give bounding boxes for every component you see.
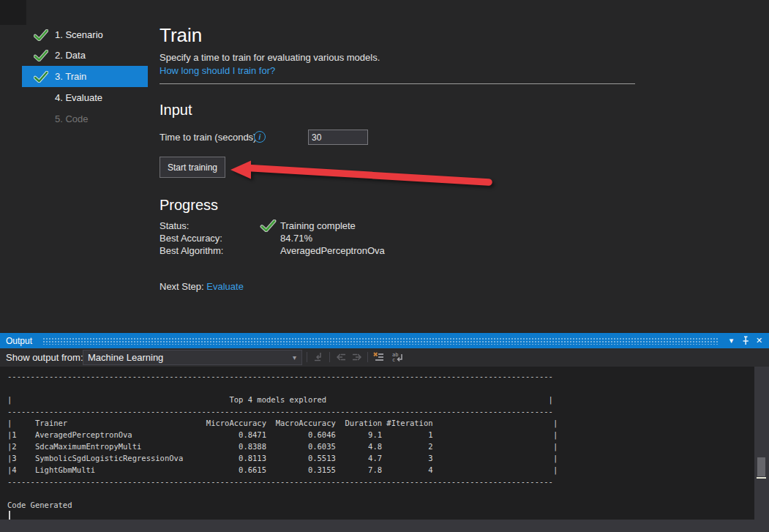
word-wrap-icon: ab c bbox=[391, 351, 405, 363]
console-line bbox=[7, 382, 754, 394]
console-line: ----------------------------------------… bbox=[7, 476, 754, 487]
text-caret bbox=[9, 511, 10, 520]
check-icon bbox=[260, 220, 277, 232]
step-label: 5. Code bbox=[55, 113, 89, 124]
console-line: | Top 4 models explored | bbox=[7, 394, 754, 405]
check-placeholder bbox=[34, 92, 48, 104]
console-line: |3 SymbolicSgdLogisticRegressionOva 0.81… bbox=[7, 452, 754, 464]
progress-section-heading: Progress bbox=[160, 197, 218, 214]
word-wrap-button[interactable]: ab c bbox=[390, 350, 406, 364]
previous-message-icon bbox=[334, 351, 347, 363]
best-algorithm-label: Best Algorithm: bbox=[160, 245, 260, 256]
close-button[interactable]: ✕ bbox=[753, 334, 765, 347]
step-item-code[interactable]: 5. Code bbox=[22, 108, 148, 130]
best-algorithm-value: AveragedPerceptronOva bbox=[280, 245, 385, 256]
toolbar-separator bbox=[307, 352, 307, 362]
best-accuracy-label: Best Accuracy: bbox=[160, 233, 260, 244]
console-line: | Trainer MicroAccuracy MacroAccuracy Du… bbox=[7, 417, 754, 429]
toolbar-separator bbox=[367, 352, 368, 362]
step-item-evaluate[interactable]: 4. Evaluate bbox=[22, 87, 148, 108]
next-step-evaluate-link[interactable]: Evaluate bbox=[206, 281, 244, 292]
step-label: 2. Data bbox=[55, 50, 86, 61]
section-divider bbox=[160, 83, 635, 84]
page-description: Specify a time to train for evaluating v… bbox=[160, 52, 380, 63]
previous-message-button[interactable] bbox=[332, 350, 348, 364]
output-panel-title: Output bbox=[6, 336, 32, 346]
step-label: 3. Train bbox=[55, 71, 86, 82]
help-link[interactable]: How long should I train for? bbox=[160, 65, 275, 76]
time-to-train-input[interactable] bbox=[308, 130, 368, 145]
start-training-button[interactable]: Start training bbox=[160, 157, 225, 178]
next-step-line: Next Step: Evaluate bbox=[160, 281, 244, 292]
pin-icon bbox=[741, 336, 750, 345]
output-panel-titlebar: Output ▾ ✕ bbox=[0, 333, 769, 348]
step-label: 1. Scenario bbox=[55, 29, 103, 40]
input-section-heading: Input bbox=[160, 102, 192, 119]
corner-inset bbox=[0, 0, 26, 25]
svg-text:c: c bbox=[392, 357, 395, 363]
console-line bbox=[7, 487, 754, 499]
console-line: |2 SdcaMaximumEntropyMulti 0.8388 0.6035… bbox=[7, 441, 754, 452]
step-item-scenario[interactable]: 1. Scenario bbox=[22, 24, 148, 45]
check-icon bbox=[34, 71, 48, 83]
clear-all-icon bbox=[372, 351, 385, 363]
check-icon bbox=[34, 29, 48, 41]
drag-grip-texture bbox=[42, 337, 718, 345]
step-item-train[interactable]: 3. Train bbox=[22, 66, 148, 87]
vertical-scrollbar[interactable] bbox=[754, 367, 769, 520]
time-to-train-label: Time to train (seconds): bbox=[160, 132, 259, 143]
clear-all-button[interactable] bbox=[370, 350, 386, 364]
toolbar-separator bbox=[329, 352, 330, 362]
pin-button[interactable] bbox=[739, 334, 751, 347]
find-message-button[interactable] bbox=[310, 350, 326, 364]
status-value: Training complete bbox=[280, 220, 385, 231]
status-label: Status: bbox=[160, 220, 260, 231]
next-message-button[interactable] bbox=[349, 350, 365, 364]
output-source-value: Machine Learning bbox=[88, 352, 293, 363]
check-icon bbox=[34, 50, 48, 61]
best-accuracy-value: 84.71% bbox=[280, 233, 385, 244]
console-line: Code Generated bbox=[7, 499, 754, 511]
model-builder-window: 1. Scenario 2. Data 3. Train 4. Evaluate… bbox=[0, 0, 769, 532]
console-line: |4 LightGbmMulti 0.6615 0.3155 7.8 4 | bbox=[7, 464, 754, 476]
console-line: ----------------------------------------… bbox=[7, 405, 754, 417]
next-step-label: Next Step: bbox=[160, 281, 204, 292]
horizontal-scrollbar[interactable] bbox=[0, 520, 769, 532]
caret-position-marker bbox=[757, 477, 766, 479]
next-message-icon bbox=[351, 351, 364, 363]
find-message-icon bbox=[312, 351, 324, 363]
output-source-dropdown[interactable]: Machine Learning ▾ bbox=[83, 350, 302, 365]
console-line bbox=[7, 511, 754, 520]
window-position-chevron-button[interactable]: ▾ bbox=[725, 334, 738, 347]
chevron-down-icon: ▾ bbox=[293, 353, 296, 361]
output-console: ----------------------------------------… bbox=[0, 367, 754, 520]
check-placeholder bbox=[34, 113, 48, 125]
progress-status-grid: Status: Training complete Best Accuracy:… bbox=[160, 220, 385, 257]
console-line: ----------------------------------------… bbox=[7, 370, 754, 382]
output-toolbar: Show output from: Machine Learning ▾ bbox=[0, 348, 769, 367]
console-line: |1 AveragedPerceptronOva 0.8471 0.6046 9… bbox=[7, 429, 754, 441]
show-output-from-label: Show output from: bbox=[6, 352, 83, 363]
page-title: Train bbox=[160, 24, 202, 47]
vertical-scrollbar-thumb[interactable] bbox=[757, 457, 765, 476]
info-icon[interactable]: i bbox=[254, 131, 266, 143]
step-label: 4. Evaluate bbox=[55, 92, 102, 103]
step-item-data[interactable]: 2. Data bbox=[22, 45, 148, 66]
